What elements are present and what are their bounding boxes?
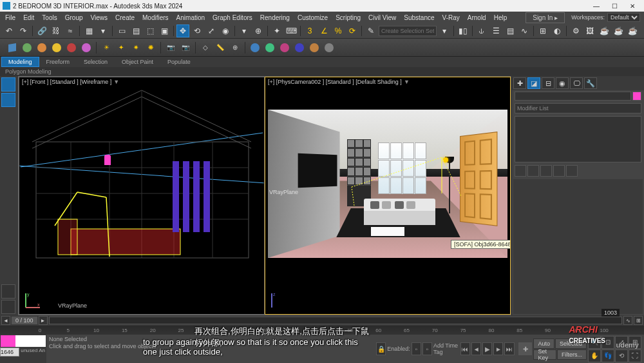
trackbar-btn-4[interactable] [1, 300, 15, 314]
minimize-button[interactable]: — [587, 0, 605, 12]
maximize-button[interactable]: ☐ [605, 0, 623, 12]
workspaces-select[interactable]: Default [607, 13, 640, 22]
menu-views[interactable]: Views [87, 13, 112, 23]
window-crossing-button[interactable]: ▣ [158, 25, 171, 37]
menu-help[interactable]: Help [490, 13, 511, 23]
particle-blizzard-icon[interactable] [307, 41, 321, 55]
isolate-button[interactable]: ✚ [518, 342, 532, 355]
edit-named-sel-button[interactable]: ✎ [365, 25, 377, 37]
viewport-camera[interactable]: [+] [PhysCamera002 ] [Standard ] [Defaul… [265, 77, 510, 314]
align-button[interactable]: ⫝ [475, 25, 488, 37]
select-all-dropdown[interactable]: ▾ [97, 25, 109, 37]
tab-motion[interactable]: ◉ [556, 77, 569, 89]
ribbon-tab-freeform[interactable]: Freeform [39, 57, 77, 67]
sofa-object[interactable] [364, 199, 436, 225]
render-button[interactable]: ☕ [598, 25, 611, 37]
goto-end-button[interactable]: ⏭ [504, 342, 514, 355]
particle-flow-icon[interactable] [263, 41, 277, 55]
light-spot-icon[interactable]: ✦ [114, 41, 128, 55]
menu-group[interactable]: Group [61, 13, 87, 23]
bind-button[interactable]: ≈ [64, 25, 77, 37]
next-frame-button[interactable]: ► [493, 342, 503, 355]
trackbar-btn-1[interactable] [1, 77, 15, 92]
select-scale-button[interactable]: ⤢ [205, 25, 218, 37]
menu-vray[interactable]: V-Ray [439, 13, 464, 23]
goto-start-button[interactable]: ⏮ [460, 342, 470, 355]
mini-curve-editor-button[interactable]: ∿ [623, 316, 632, 325]
maxscript-color-swatch[interactable] [1, 335, 46, 347]
box-icon[interactable] [5, 41, 19, 55]
toggle-ribbon-button[interactable]: ▤ [504, 25, 516, 37]
time-slider-range[interactable]: 0 / 100 [12, 317, 37, 324]
shelf-object[interactable] [347, 139, 371, 206]
menu-modifiers[interactable]: Modifiers [138, 13, 173, 23]
light-gizmo[interactable] [104, 155, 111, 165]
door-object[interactable] [460, 132, 497, 227]
redo-button[interactable]: ↷ [17, 25, 30, 37]
mirror-button[interactable]: ▮▯ [457, 25, 469, 37]
ribbon-tab-object-paint[interactable]: Object Paint [115, 57, 160, 67]
render-iterative-button[interactable]: ☕ [626, 25, 639, 37]
menu-arnold[interactable]: Arnold [464, 13, 490, 23]
percent-snap-toggle[interactable]: % [332, 25, 345, 37]
enabled-x-button[interactable]: ▫ [412, 342, 421, 355]
menu-substance[interactable]: Substance [400, 13, 438, 23]
sphere-icon[interactable] [35, 41, 49, 55]
light-omni-icon[interactable]: ☀ [99, 41, 113, 55]
menu-civil-view[interactable]: Civil View [365, 13, 400, 23]
modifier-list-dropdown[interactable]: Modifier List [515, 103, 641, 113]
object-color-swatch[interactable] [632, 92, 641, 101]
nav-orbit-button[interactable]: ⟲ [615, 349, 628, 362]
render-frame-button[interactable]: 🖼 [583, 25, 596, 37]
auto-key-button[interactable]: Auto [533, 338, 554, 349]
camera-target-icon[interactable]: 📷 [164, 41, 178, 55]
menu-scripting[interactable]: Scripting [332, 13, 365, 23]
viewport-front-label[interactable]: [+] [Front ] [Standard ] [Wireframe ] ▼ [22, 79, 119, 85]
tab-utilities[interactable]: 🔧 [584, 77, 597, 89]
camera-free-icon[interactable]: 📷 [178, 41, 193, 55]
ribbon-tab-selection[interactable]: Selection [77, 57, 115, 67]
menu-file[interactable]: File [1, 13, 19, 23]
object-name-field[interactable] [515, 92, 631, 101]
tab-hierarchy[interactable]: ⊟ [542, 77, 554, 89]
select-object-button[interactable]: ▭ [115, 25, 128, 37]
helper-compass-icon[interactable]: ⊕ [228, 41, 242, 55]
filter-icon[interactable]: ▼ [113, 79, 119, 85]
particle-icon[interactable] [248, 41, 262, 55]
viewport-front[interactable]: [+] [Front ] [Standard ] [Wireframe ] ▼ [19, 77, 264, 314]
menu-rendering[interactable]: Rendering [256, 13, 294, 23]
cone-icon[interactable] [79, 41, 93, 55]
make-unique-button[interactable] [540, 165, 552, 177]
helper-dummy-icon[interactable]: ◇ [198, 41, 213, 55]
select-move-button[interactable]: ✥ [176, 25, 189, 37]
sel-set-dropdown[interactable]: ▾ [438, 25, 451, 37]
helper-tape-icon[interactable]: 📏 [213, 41, 227, 55]
nav-pan-button[interactable]: ✋ [588, 349, 601, 362]
selection-set-input[interactable] [379, 26, 437, 36]
light-free-icon[interactable]: ✺ [144, 41, 158, 55]
render-production-button[interactable]: ☕ [612, 25, 625, 37]
render-setup-button[interactable]: ⚙ [569, 25, 582, 37]
prev-frame-button[interactable]: ◄ [471, 342, 481, 355]
ribbon-tab-populate[interactable]: Populate [160, 57, 198, 67]
menu-create[interactable]: Create [111, 13, 138, 23]
menu-tools[interactable]: Tools [38, 13, 61, 23]
light-gizmo-cam[interactable] [443, 157, 448, 162]
pin-stack-button[interactable] [515, 165, 526, 177]
select-place-button[interactable]: ◉ [219, 25, 232, 37]
select-name-button[interactable]: ▤ [129, 25, 142, 37]
manipulate-button[interactable]: ✦ [270, 25, 283, 37]
configure-sets-button[interactable] [566, 165, 578, 177]
light-direct-icon[interactable]: ✷ [129, 41, 143, 55]
cylinder-icon[interactable] [50, 41, 64, 55]
undo-button[interactable]: ↶ [3, 25, 15, 37]
key-filters-button[interactable]: Filters... [557, 349, 587, 360]
ribbon-tab-modeling[interactable]: Modeling [1, 57, 39, 67]
torus-icon[interactable] [64, 41, 79, 55]
play-button[interactable]: ▶ [482, 342, 492, 355]
show-result-button[interactable] [527, 165, 539, 177]
enabled-y-button[interactable]: ▫ [422, 342, 432, 355]
trackbar-btn-3[interactable] [1, 284, 15, 299]
close-button[interactable]: ✕ [623, 0, 641, 12]
time-slider-prev[interactable]: ◄ [1, 316, 10, 325]
